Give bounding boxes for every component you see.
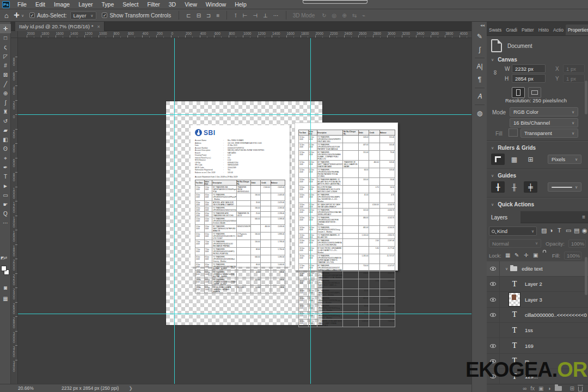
vertical-ruler[interactable]: 8006004002000200400600800100012001400160… [11, 38, 18, 384]
menu-edit[interactable]: Edit [31, 0, 50, 9]
layer-filter-dropdown[interactable]: Kind ∨ [489, 226, 537, 236]
visibility-cell[interactable] [487, 261, 500, 277]
distribute-left-icon[interactable]: ⊥ [263, 13, 268, 19]
edit-toolbar[interactable]: ⋯ [0, 218, 11, 228]
eye-icon[interactable] [490, 298, 496, 302]
adjustment-layer-icon[interactable]: ◑ [548, 385, 551, 391]
visibility-cell[interactable] [487, 323, 500, 338]
menu-layer[interactable]: Layer [74, 0, 97, 9]
path-select-tool[interactable]: ► [0, 181, 11, 191]
layer-name[interactable]: 1ss [525, 327, 533, 333]
link-dimensions-icon[interactable]: ∞ [492, 70, 499, 75]
layer-name[interactable]: edite text [522, 266, 543, 272]
portrait-orientation-button[interactable] [512, 87, 525, 98]
blur-tool[interactable]: ʘ [0, 144, 11, 154]
status-chevron-icon[interactable]: ❯ [128, 385, 132, 391]
paragraph-panel-icon[interactable]: ¶ [472, 73, 487, 86]
eye-icon[interactable] [490, 313, 496, 317]
quick-actions-section-header[interactable]: ∨ Quick Actions [491, 201, 534, 207]
layer-thumbnail[interactable] [509, 293, 520, 306]
layer-effects-icon[interactable]: fx [530, 385, 535, 391]
menu-help[interactable]: Help [230, 0, 251, 9]
link-layers-icon[interactable]: ∞ [523, 385, 526, 391]
hand-tool[interactable]: ☛ [0, 200, 11, 209]
menu-view[interactable]: View [180, 0, 201, 9]
character-panel-icon[interactable]: A| [472, 60, 487, 73]
brush-settings-icon[interactable]: ✎ [472, 30, 487, 43]
foreground-color-swatch[interactable] [1, 266, 7, 271]
lock-transparent-pixels-icon[interactable]: ▦ [505, 252, 510, 258]
bit-depth-dropdown[interactable]: 16 Bits/Channel∨ [510, 118, 578, 127]
delete-layer-icon[interactable] [578, 387, 583, 391]
eye-icon[interactable] [490, 267, 496, 271]
layer-row[interactable]: Layer 3 [487, 292, 588, 308]
distribute-top-icon[interactable]: ⊺ [234, 13, 237, 19]
snap-to-grid-button[interactable]: ⊞ [524, 154, 537, 165]
align-center-h-icon[interactable]: ⊟ [197, 13, 201, 19]
chevron-down-icon[interactable]: ∨ [505, 267, 508, 271]
show-transform-checkbox[interactable]: ✓ [102, 13, 107, 18]
statement-page-1[interactable]: SBI Account Name:Mrs. RENU KUMARIAddress… [191, 125, 290, 267]
horizontal-ruler[interactable]: 2000180016001400120010008006004002000200… [18, 31, 471, 38]
tab-properties[interactable]: Properties [566, 24, 588, 35]
toggle-rulers-button[interactable] [491, 154, 505, 165]
layers-menu-icon[interactable]: ≡ [582, 214, 585, 220]
tab-swats[interactable]: Swats [487, 24, 504, 35]
object-selection-tool[interactable]: ◸ [0, 52, 11, 61]
layer-mask-icon[interactable]: ▣ [538, 385, 543, 391]
close-tab-icon[interactable]: × [97, 24, 100, 29]
lock-image-pixels-icon[interactable]: ✎ [514, 252, 519, 258]
photoshop-logo[interactable]: Ps [2, 1, 10, 8]
lock-artboard-icon[interactable]: ▣ [533, 252, 538, 258]
layer-name[interactable]: Layer 2 [525, 281, 542, 287]
distribute-bottom-icon[interactable]: ⊣ [253, 13, 258, 19]
ruler-corner[interactable] [11, 31, 18, 38]
zoom-tool[interactable]: Q [0, 209, 11, 218]
guides-section-header[interactable]: ∨ Guides [491, 173, 516, 179]
zoom-level-field[interactable]: 20.66% [18, 385, 51, 391]
layer-row[interactable]: ∨edite text [487, 261, 588, 277]
swap-colors-icon[interactable]: ◩⇄ [1, 256, 9, 261]
properties-scrollbar[interactable] [585, 81, 587, 114]
auto-select-target-dropdown[interactable]: Layer ∨ [70, 11, 97, 20]
expand-panels-icon[interactable]: ◂◂ [472, 22, 487, 30]
layer-name[interactable]: cilla0000000..<<<<<<<<<0 d [525, 312, 588, 318]
visibility-cell[interactable] [487, 338, 500, 353]
guide-style-dropdown[interactable]: ∨ [548, 182, 581, 192]
distribute-middle-icon[interactable]: ⊢ [242, 13, 247, 19]
eye-icon[interactable] [490, 344, 496, 348]
frame-tool[interactable]: ⊠ [0, 70, 11, 79]
landscape-orientation-button[interactable] [528, 87, 541, 98]
lock-position-icon[interactable]: ✛ [524, 252, 528, 258]
layer-name[interactable]: Layer 3 [525, 297, 542, 303]
guide-horizontal[interactable] [18, 114, 471, 115]
rulers-grids-section-header[interactable]: ∨ Rulers & Grids [491, 145, 536, 151]
fill-swatch[interactable] [509, 128, 518, 137]
clone-stamp-tool[interactable]: ♜ [0, 107, 11, 117]
tab-histo[interactable]: Histo [536, 24, 551, 35]
canvas-viewport[interactable]: SBI Account Name:Mrs. RENU KUMARIAddress… [18, 38, 471, 384]
type-tool[interactable]: T [0, 172, 11, 181]
height-field[interactable]: 2854 px [512, 74, 546, 83]
eye-icon[interactable] [490, 282, 496, 286]
menu-filter[interactable]: Filter [143, 0, 164, 9]
auto-select-checkbox[interactable]: ✓ [29, 13, 35, 18]
gradient-tool[interactable]: ◧ [0, 135, 11, 144]
tab-overflow-icon[interactable]: ·· [3, 23, 6, 28]
lock-guides-button[interactable]: ╫ [507, 181, 521, 193]
document-type-row[interactable]: Document [491, 39, 532, 52]
guide-horizontal[interactable] [18, 314, 471, 314]
menu-type[interactable]: Type [97, 0, 118, 9]
move-tool-icon[interactable]: ✛ [14, 11, 20, 19]
tool-preset-caret-icon[interactable]: ∨ [21, 14, 24, 18]
dodge-tool[interactable]: ⌖ [0, 154, 11, 163]
filter-type-layers-icon[interactable]: T [558, 227, 561, 234]
menu-select[interactable]: Select [118, 0, 143, 9]
units-dropdown[interactable]: Pixels∨ [548, 155, 581, 164]
width-field[interactable]: 2232 px [512, 64, 546, 73]
guide-vertical[interactable] [174, 38, 175, 384]
menu-3d[interactable]: 3D [164, 0, 180, 9]
tab-gradi[interactable]: Gradi [504, 24, 519, 35]
menu-window[interactable]: Window [201, 0, 230, 9]
align-top-icon[interactable]: ≡ [216, 13, 219, 19]
